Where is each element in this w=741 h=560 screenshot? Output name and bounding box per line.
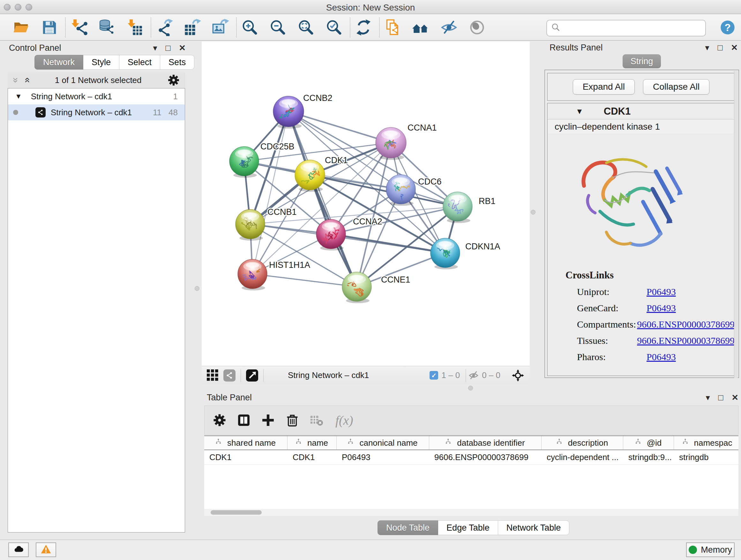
- search-box[interactable]: [546, 20, 706, 37]
- show-all-button[interactable]: [468, 19, 486, 36]
- table-row[interactable]: CDK1CDK1P064939606.ENSP00000378699cyclin…: [204, 450, 738, 465]
- zoom-out-button[interactable]: [269, 19, 286, 36]
- crosslink-link[interactable]: P06493: [647, 303, 676, 314]
- network-node-CDKN1A[interactable]: CDKN1A: [430, 238, 500, 269]
- column-header-@id[interactable]: @id: [623, 436, 674, 449]
- table-options-gear-icon[interactable]: [212, 413, 227, 428]
- panel-float-icon[interactable]: □: [165, 43, 171, 53]
- network-node-CCNA1[interactable]: CCNA1: [376, 123, 437, 160]
- crosslink-link[interactable]: P06493: [647, 287, 676, 297]
- cytoscape-window: Session: New Session ? Control Panel ▾ □…: [0, 0, 741, 560]
- title-bar: Session: New Session: [0, 0, 741, 14]
- right-splitter-handle[interactable]: [531, 210, 536, 214]
- collection-caret-icon[interactable]: ▼: [15, 92, 22, 101]
- column-header-namespac[interactable]: namespac: [674, 436, 738, 449]
- duplicate-network-button[interactable]: [384, 19, 401, 36]
- tab-network-table[interactable]: Network Table: [498, 520, 569, 535]
- network-row[interactable]: String Network – cdk1 11 48: [8, 105, 185, 120]
- zoom-selected-button[interactable]: [326, 19, 343, 36]
- tab-style[interactable]: Style: [83, 55, 119, 70]
- grid-view-icon[interactable]: [207, 369, 219, 381]
- birdseye-view-icon[interactable]: [246, 369, 258, 381]
- column-header-shared-name[interactable]: shared name: [204, 436, 287, 449]
- show-columns-icon[interactable]: [237, 413, 251, 428]
- crosslink-link[interactable]: P06493: [647, 352, 676, 362]
- bottom-splitter-handle[interactable]: [468, 386, 473, 390]
- results-scrollbar[interactable]: [734, 71, 738, 378]
- network-collection-row[interactable]: ▼ String Network – cdk1 1: [8, 88, 185, 105]
- save-session-button[interactable]: [41, 19, 58, 36]
- table-horizontal-scrollbar[interactable]: [204, 509, 738, 516]
- expand-all-button[interactable]: Expand All: [573, 79, 635, 95]
- scrollbar-thumb[interactable]: [211, 510, 262, 515]
- tab-sets[interactable]: Sets: [160, 55, 194, 70]
- column-header-name[interactable]: name: [287, 436, 337, 449]
- export-image-icon: [212, 19, 229, 36]
- gene-caret-icon[interactable]: ▼: [576, 107, 583, 116]
- network-file-icon: [36, 107, 46, 118]
- export-network-button[interactable]: [156, 19, 173, 36]
- search-input[interactable]: [563, 23, 705, 34]
- tab-select[interactable]: Select: [119, 55, 160, 70]
- export-table-button[interactable]: [184, 19, 201, 36]
- table-collapse-icon[interactable]: ▾: [705, 393, 710, 402]
- delete-column-icon[interactable]: [285, 413, 300, 428]
- network-node-HIST1H1A[interactable]: HIST1H1A: [238, 258, 310, 290]
- help-button[interactable]: ?: [720, 20, 735, 35]
- create-column-icon[interactable]: [261, 413, 275, 428]
- table-float-icon[interactable]: □: [718, 393, 723, 402]
- selected-count: 1 – 0: [441, 370, 460, 380]
- network-edge-CCNB2-HIST1H1A[interactable]: [253, 111, 288, 274]
- network-node-CDC25B[interactable]: CDC25B: [229, 142, 294, 178]
- network-view-share-icon[interactable]: [223, 369, 235, 381]
- tab-string[interactable]: String: [623, 54, 661, 68]
- column-header-description[interactable]: description: [542, 436, 623, 449]
- column-header-canonical-name[interactable]: canonical name: [337, 436, 429, 449]
- collapse-all-networks-icon[interactable]: »: [22, 78, 31, 83]
- network-node-CDK1[interactable]: CDK1: [294, 155, 348, 192]
- zoom-fit-button[interactable]: [297, 19, 315, 36]
- collapse-all-button[interactable]: Collapse All: [643, 79, 710, 95]
- gene-section: ▼ CDK1 cyclin–dependent kinase 1: [547, 103, 735, 376]
- crosslink-link[interactable]: 9606.ENSP00000378699: [637, 319, 735, 330]
- results-close-icon[interactable]: ✕: [731, 43, 738, 53]
- fit-selected-crosshair-icon[interactable]: [512, 369, 524, 381]
- import-table-button[interactable]: [126, 19, 144, 36]
- first-neighbors-button[interactable]: [412, 19, 429, 36]
- panel-collapse-icon[interactable]: ▾: [153, 43, 157, 53]
- tab-network[interactable]: Network: [35, 55, 83, 70]
- network-node-CCNE1[interactable]: CCNE1: [342, 272, 410, 303]
- table-close-icon[interactable]: ✕: [731, 393, 738, 402]
- results-collapse-icon[interactable]: ▾: [705, 43, 709, 53]
- column-header-label: namespac: [694, 438, 732, 448]
- network-tree: ▼ String Network – cdk1 1 String Network…: [8, 88, 185, 533]
- import-network-button[interactable]: [70, 19, 87, 36]
- network-node-CCNB2[interactable]: CCNB2: [273, 93, 333, 129]
- open-session-button[interactable]: [13, 19, 30, 36]
- network-edge-HIST1H1A-CCNE1[interactable]: [253, 274, 357, 287]
- warnings-button[interactable]: [36, 543, 56, 557]
- column-header-icon: [348, 439, 356, 447]
- crosslink-link[interactable]: 9606.ENSP00000378699: [637, 335, 735, 346]
- network-edge-CCNB2-CCNA1[interactable]: [288, 111, 391, 143]
- tab-node-table[interactable]: Node Table: [378, 520, 438, 535]
- network-node-RB1[interactable]: RB1: [443, 191, 495, 223]
- selected-items-checkbox[interactable]: ✓: [429, 371, 438, 380]
- hide-selected-button[interactable]: [441, 19, 458, 36]
- left-splitter-handle[interactable]: [195, 286, 199, 291]
- network-options-gear-icon[interactable]: [167, 74, 180, 86]
- export-image-button[interactable]: [212, 19, 229, 36]
- panel-close-icon[interactable]: ✕: [179, 43, 186, 53]
- cloud-button[interactable]: [8, 543, 29, 557]
- import-network-from-database-button[interactable]: [98, 19, 116, 36]
- apply-layout-button[interactable]: [355, 19, 372, 36]
- hidden-items-eye-icon[interactable]: [468, 370, 479, 381]
- zoom-in-button[interactable]: [241, 19, 259, 36]
- tab-edge-table[interactable]: Edge Table: [438, 520, 498, 535]
- results-float-icon[interactable]: □: [718, 43, 723, 53]
- memory-button[interactable]: Memory: [686, 543, 735, 557]
- expand-all-networks-icon[interactable]: »: [11, 78, 21, 83]
- network-edge-RB1-CCNA2[interactable]: [331, 206, 458, 234]
- column-header-database-identifier[interactable]: database identifier: [429, 436, 542, 449]
- gene-section-header[interactable]: ▼ CDK1: [548, 104, 735, 119]
